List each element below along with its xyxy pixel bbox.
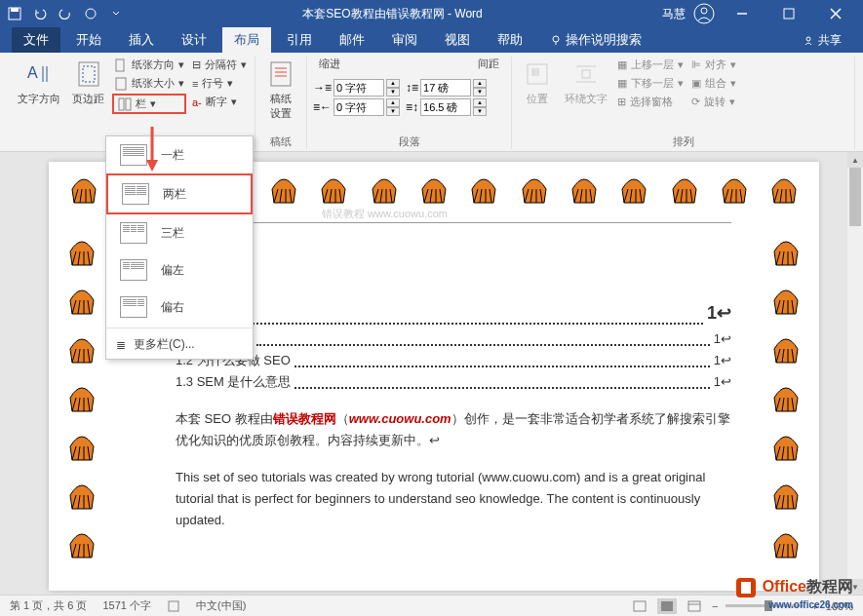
undo-icon[interactable] (33, 7, 47, 20)
indent-right[interactable]: ≡←▲▼ (313, 98, 400, 116)
touch-icon[interactable] (84, 7, 98, 20)
manuscript-icon (265, 58, 296, 90)
zoom-out-button[interactable]: − (712, 600, 718, 612)
scroll-thumb[interactable] (849, 168, 861, 226)
columns-two[interactable]: 两栏 (106, 173, 253, 214)
tab-tellme[interactable]: 操作说明搜索 (538, 27, 653, 53)
tab-review[interactable]: 审阅 (380, 27, 429, 53)
indent-header: 缩进 (319, 57, 340, 71)
columns-more[interactable]: ≣ 更多栏(C)... (106, 330, 253, 359)
selection-pane-button[interactable]: ⊞选择窗格 (615, 94, 686, 110)
read-mode-button[interactable] (630, 598, 649, 614)
line-numbers-icon: ≡ (192, 78, 198, 90)
line-numbers-button[interactable]: ≡行号 ▾ (190, 75, 249, 92)
tab-insert[interactable]: 插入 (117, 27, 166, 53)
space-before-input[interactable] (420, 79, 471, 96)
indent-right-icon: ≡← (313, 100, 332, 114)
vertical-scrollbar[interactable]: ▲ ▼ (847, 152, 863, 595)
tab-view[interactable]: 视图 (433, 27, 482, 53)
muffin-icon (515, 168, 554, 207)
margins-button[interactable]: 页边距 (68, 57, 108, 108)
paragraph-1: 本套 SEO 教程由错误教程网（www.cuowu.com）创作，是一套非常适合… (176, 408, 731, 451)
space-before[interactable]: ↕≡▲▼ (406, 79, 487, 96)
language-indicator[interactable]: 中文(中国) (196, 598, 246, 613)
size-button[interactable]: 纸张大小 ▾ (112, 75, 186, 92)
group-icon: ▣ (691, 77, 701, 90)
redo-icon[interactable] (59, 7, 72, 20)
svg-point-11 (806, 37, 810, 41)
columns-button[interactable]: 栏 ▾ (112, 94, 186, 114)
qat-dropdown-icon[interactable] (109, 7, 123, 20)
print-layout-button[interactable] (657, 598, 677, 614)
spell-check-icon[interactable] (167, 599, 180, 613)
muffin-icon (314, 168, 353, 207)
muffin-icon (264, 168, 303, 207)
spin-down[interactable]: ▼ (473, 88, 487, 96)
svg-rect-31 (169, 601, 178, 611)
columns-right[interactable]: 偏右 (106, 289, 253, 326)
rotate-icon: ⟳ (691, 96, 700, 108)
tab-layout[interactable]: 布局 (222, 27, 271, 53)
svg-point-2 (86, 9, 96, 19)
manuscript-label: 稿纸 (261, 133, 300, 149)
border-left (62, 230, 101, 561)
office-logo-icon (734, 576, 758, 599)
word-count[interactable]: 1571 个字 (102, 598, 151, 613)
text-direction-icon: A (23, 58, 55, 90)
text-direction-button[interactable]: A 文字方向 (14, 57, 64, 108)
header-watermark: 错误教程 www.cuowu.com (322, 207, 448, 221)
web-layout-button[interactable] (685, 598, 704, 614)
svg-rect-1 (11, 8, 19, 12)
spin-up[interactable]: ▲ (473, 79, 487, 88)
toc-heading: EO 简介1↩ (176, 298, 731, 328)
indent-right-input[interactable] (333, 98, 384, 116)
bring-forward-button: ▦上移一层 ▾ (615, 57, 686, 73)
share-icon (803, 35, 814, 47)
spin-up[interactable]: ▲ (386, 79, 400, 88)
spin-up[interactable]: ▲ (386, 98, 400, 107)
space-after-input[interactable] (420, 98, 471, 116)
page-indicator[interactable]: 第 1 页，共 6 页 (10, 598, 87, 613)
muffin-icon (565, 168, 604, 207)
maximize-button[interactable] (769, 0, 808, 27)
spin-up[interactable]: ▲ (473, 98, 487, 107)
orientation-button[interactable]: 纸张方向 ▾ (112, 57, 186, 73)
breaks-button[interactable]: ⊟分隔符 ▾ (190, 57, 249, 73)
tab-design[interactable]: 设计 (170, 27, 218, 53)
svg-rect-37 (741, 582, 751, 594)
columns-three[interactable]: 三栏 (106, 214, 253, 251)
spin-down[interactable]: ▼ (386, 107, 400, 116)
wrap-icon (570, 58, 602, 90)
save-icon[interactable] (8, 7, 21, 20)
close-button[interactable] (816, 0, 855, 27)
scroll-up-button[interactable]: ▲ (847, 152, 863, 168)
more-columns-icon: ≣ (116, 338, 126, 352)
spin-down[interactable]: ▼ (386, 88, 400, 96)
titlebar: 本套SEO教程由错误教程网 - Word 马慧 (0, 0, 863, 27)
columns-icon (118, 97, 132, 111)
columns-one[interactable]: 一栏 (106, 136, 253, 173)
document-content[interactable]: EO 简介1↩ O 是什么意思1↩ 1.2 为什么要做 SEO1↩ 1.3 SE… (176, 298, 731, 531)
columns-dropdown: 一栏 两栏 三栏 偏左 偏右 ≣ 更多栏(C)... (105, 135, 254, 360)
svg-rect-21 (271, 62, 291, 86)
space-after[interactable]: ≡↕▲▼ (406, 98, 487, 116)
tab-home[interactable]: 开始 (64, 27, 113, 53)
muffin-icon (414, 168, 453, 207)
user-name[interactable]: 马慧 (662, 6, 686, 22)
indent-left-input[interactable] (333, 79, 384, 96)
hyphenation-button[interactable]: a-断字 ▾ (190, 94, 249, 110)
user-avatar[interactable] (693, 3, 715, 24)
align-icon: ⊫ (691, 58, 701, 71)
tab-file[interactable]: 文件 (12, 27, 60, 53)
tab-help[interactable]: 帮助 (486, 27, 534, 53)
selection-icon: ⊞ (617, 96, 626, 108)
muffin-icon (365, 168, 404, 207)
tab-mailings[interactable]: 邮件 (328, 27, 376, 53)
columns-left[interactable]: 偏左 (106, 251, 253, 289)
spin-down[interactable]: ▼ (473, 107, 487, 116)
tab-references[interactable]: 引用 (275, 27, 324, 53)
minimize-button[interactable] (723, 0, 762, 27)
manuscript-button[interactable]: 稿纸 设置 (261, 57, 300, 123)
indent-left[interactable]: →≡▲▼ (313, 79, 400, 96)
share-button[interactable]: 共享 (793, 28, 851, 53)
